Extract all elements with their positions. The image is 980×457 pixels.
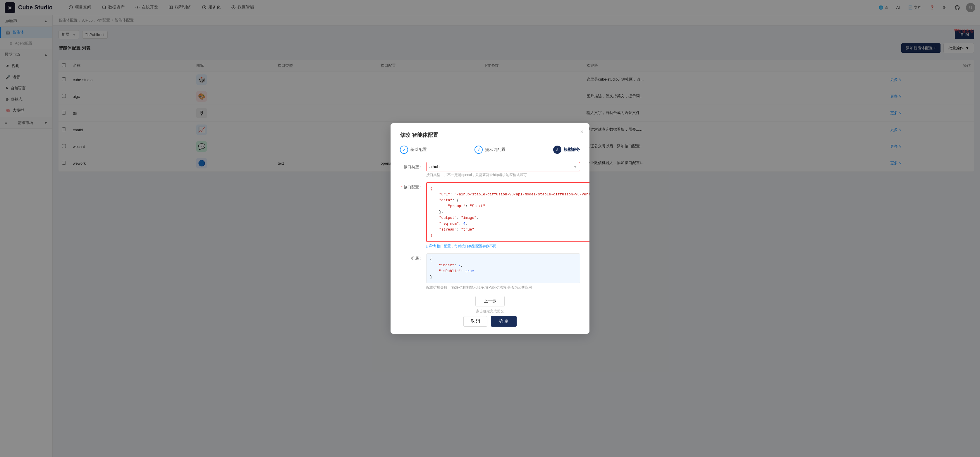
steps-indicator: ✓ 基础配置 ✓ 提示词配置 3 模型服务 [400,145,580,154]
form-row-api-type: 接口类型： ▼ 接口类型，并不一定是openai，只需要符合http请求响应格式… [400,162,580,177]
back-button[interactable]: 上一步 [476,296,504,307]
step-line-2 [509,150,550,150]
step-2-circle: ✓ [474,145,483,154]
cancel-button[interactable]: 取 消 [463,316,487,327]
api-config-hint[interactable]: ℹ 详情 接口配置，每种接口类型配置参数不同 [426,244,589,249]
expand-hint: 配置扩展参数，"index":控制显示顺序,"isPublic":控制是否为公共… [426,285,580,290]
expand-label: 扩展： [400,253,426,261]
modal-close-button[interactable]: × [580,129,584,134]
step-2: ✓ 提示词配置 [474,145,506,154]
form-row-expand: 扩展： { "index": 7, "isPublic": true } 配置扩… [400,253,580,290]
api-type-dropdown-icon: ▼ [573,165,577,169]
expand-editor[interactable]: { "index": 7, "isPublic": true } [426,253,580,283]
submit-hint: 点击确定完成提交 [476,309,504,314]
step-1-circle: ✓ [400,145,408,154]
api-type-select-wrapper: ▼ [426,162,580,171]
modal-form: 接口类型： ▼ 接口类型，并不一定是openai，只需要符合http请求响应格式… [400,162,580,290]
footer-action-buttons: 取 消 确 定 [463,316,517,327]
step-1-label: 基础配置 [410,147,427,152]
form-row-api-config: 接口配置： { "url": "/aihub/stable-diffusion-… [400,182,580,249]
api-config-control: { "url": "/aihub/stable-diffusion-v3/api… [426,182,589,249]
step-3-circle: 3 [553,145,562,154]
api-config-hint-text: 详情 接口配置，每种接口类型配置参数不同 [429,244,496,249]
step-line-1 [430,150,471,150]
modal-footer: 上一步 点击确定完成提交 取 消 确 定 [400,296,580,327]
step-1: ✓ 基础配置 [400,145,427,154]
info-icon: ℹ [426,244,428,248]
api-config-label: 接口配置： [400,182,426,190]
api-config-editor[interactable]: { "url": "/aihub/stable-diffusion-v3/api… [426,182,589,242]
step-2-label: 提示词配置 [485,147,506,152]
api-type-input[interactable] [426,162,580,171]
api-type-control: ▼ 接口类型，并不一定是openai，只需要符合http请求响应格式即可 [426,162,580,177]
api-type-hint: 接口类型，并不一定是openai，只需要符合http请求响应格式即可 [426,173,580,177]
api-type-label: 接口类型： [400,162,426,169]
step-3: 3 模型服务 [553,145,580,154]
expand-control: { "index": 7, "isPublic": true } 配置扩展参数，… [426,253,580,290]
modal-title: 修改 智能体配置 [400,131,580,139]
modal-dialog: 修改 智能体配置 × ✓ 基础配置 ✓ 提示词配置 3 模型服务 [391,123,589,334]
confirm-button[interactable]: 确 定 [491,316,517,327]
step-3-label: 模型服务 [564,147,580,152]
modal-overlay: 修改 智能体配置 × ✓ 基础配置 ✓ 提示词配置 3 模型服务 [0,0,980,457]
